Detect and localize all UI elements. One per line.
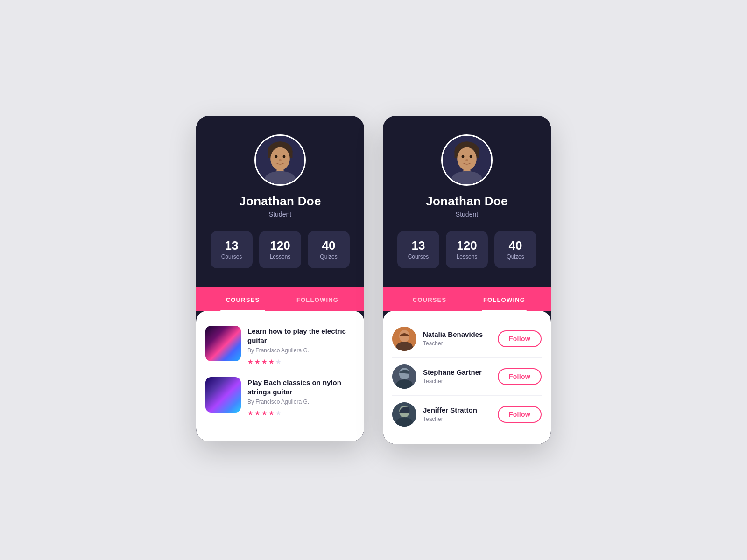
stat-quizes-1: 40 Quizes bbox=[308, 231, 350, 268]
course-info-2: Play Bach classics on nylon strings guit… bbox=[247, 377, 355, 417]
following-info-1: Natalia Benavides Teacher bbox=[423, 330, 491, 347]
stat-quizes-number-1: 40 bbox=[322, 239, 336, 252]
avatar-1 bbox=[254, 134, 306, 186]
page-container: Jonathan Doe Student 13 Courses 120 Less… bbox=[177, 88, 570, 472]
star-4: ★ bbox=[268, 358, 275, 365]
card-following: Jonathan Doe Student 13 Courses 120 Less… bbox=[383, 116, 551, 444]
stat-lessons-number-2: 120 bbox=[457, 239, 477, 252]
stat-lessons-number-1: 120 bbox=[270, 239, 290, 252]
user-role-1: Student bbox=[269, 210, 291, 218]
stat-lessons-2: 120 Lessons bbox=[446, 231, 488, 268]
tab-courses-1[interactable]: COURSES bbox=[205, 287, 280, 311]
avatar-placeholder-2 bbox=[443, 136, 491, 184]
course-title-2: Play Bach classics on nylon strings guit… bbox=[247, 378, 355, 396]
star-b1: ★ bbox=[247, 409, 254, 417]
card-courses: Jonathan Doe Student 13 Courses 120 Less… bbox=[196, 116, 364, 441]
star-b4: ★ bbox=[268, 409, 275, 417]
course-info-1: Learn how to play the electric guitar By… bbox=[247, 326, 355, 365]
star-3: ★ bbox=[261, 358, 268, 365]
svg-point-15 bbox=[465, 159, 468, 161]
star-1: ★ bbox=[247, 358, 254, 365]
svg-point-22 bbox=[399, 368, 409, 380]
follow-button-1[interactable]: Follow bbox=[498, 330, 542, 347]
svg-point-3 bbox=[270, 147, 290, 170]
course-stars-1: ★ ★ ★ ★ ★ bbox=[247, 358, 355, 365]
star-b3: ★ bbox=[261, 409, 268, 417]
stats-row-1: 13 Courses 120 Lessons 40 Quizes bbox=[210, 231, 350, 268]
svg-point-14 bbox=[470, 155, 472, 158]
following-name-3: Jeniffer Stratton bbox=[423, 406, 477, 414]
following-name-1: Natalia Benavides bbox=[423, 330, 483, 338]
follow-button-3[interactable]: Follow bbox=[498, 406, 542, 423]
course-thumb-1 bbox=[205, 326, 241, 361]
user-name-2: Jonathan Doe bbox=[426, 194, 508, 209]
avatar-placeholder-1 bbox=[256, 136, 304, 184]
stat-courses-2: 13 Courses bbox=[397, 231, 439, 268]
avatar-2 bbox=[441, 134, 493, 186]
course-thumb-2 bbox=[205, 377, 241, 413]
stat-courses-number-1: 13 bbox=[225, 239, 239, 252]
stat-lessons-label-1: Lessons bbox=[270, 253, 291, 260]
following-avatar-3 bbox=[392, 402, 416, 427]
svg-point-13 bbox=[462, 155, 465, 158]
star-2: ★ bbox=[254, 358, 261, 365]
following-avatar-2 bbox=[392, 364, 416, 389]
tab-bar-1: COURSES FOLLOWING bbox=[196, 287, 364, 311]
stat-courses-1: 13 Courses bbox=[211, 231, 253, 268]
stat-quizes-label-1: Quizes bbox=[320, 253, 337, 260]
following-content: Natalia Benavides Teacher Follow Stephan… bbox=[383, 311, 551, 444]
tab-following-1[interactable]: FOLLOWING bbox=[280, 287, 355, 311]
course-item-2[interactable]: Play Bach classics on nylon strings guit… bbox=[205, 371, 355, 422]
star-b2: ★ bbox=[254, 409, 261, 417]
svg-point-4 bbox=[275, 155, 278, 158]
svg-point-12 bbox=[457, 147, 477, 170]
stat-quizes-label-2: Quizes bbox=[507, 253, 524, 260]
course-author-2: By Francisco Aguilera G. bbox=[247, 399, 355, 405]
stat-lessons-1: 120 Lessons bbox=[259, 231, 301, 268]
card-top-2: Jonathan Doe Student 13 Courses 120 Less… bbox=[383, 116, 551, 282]
following-item-2: Stephane Gartner Teacher Follow bbox=[392, 357, 542, 395]
stat-courses-label-1: Courses bbox=[221, 253, 242, 260]
following-avatar-1 bbox=[392, 327, 416, 351]
star-b5: ★ bbox=[275, 409, 282, 417]
courses-content: Learn how to play the electric guitar By… bbox=[196, 311, 364, 441]
stat-quizes-2: 40 Quizes bbox=[494, 231, 536, 268]
following-info-2: Stephane Gartner Teacher bbox=[423, 368, 491, 385]
course-thumb-bach bbox=[205, 377, 241, 413]
following-role-2: Teacher bbox=[423, 378, 443, 385]
svg-point-6 bbox=[279, 159, 282, 161]
follow-button-2[interactable]: Follow bbox=[498, 368, 542, 385]
stat-quizes-number-2: 40 bbox=[509, 239, 522, 252]
user-name-1: Jonathan Doe bbox=[239, 194, 321, 209]
stats-row-2: 13 Courses 120 Lessons 40 Quizes bbox=[397, 231, 537, 268]
stat-courses-number-2: 13 bbox=[412, 239, 425, 252]
star-5: ★ bbox=[275, 358, 282, 365]
user-role-2: Student bbox=[456, 210, 478, 218]
stat-courses-label-2: Courses bbox=[408, 253, 429, 260]
following-info-3: Jeniffer Stratton Teacher bbox=[423, 406, 491, 423]
following-role-3: Teacher bbox=[423, 416, 443, 422]
tab-following-2[interactable]: FOLLOWING bbox=[467, 287, 542, 311]
svg-point-5 bbox=[283, 155, 286, 158]
course-title-1: Learn how to play the electric guitar bbox=[247, 327, 355, 345]
following-role-1: Teacher bbox=[423, 340, 443, 347]
card-top-1: Jonathan Doe Student 13 Courses 120 Less… bbox=[196, 116, 364, 282]
tab-bar-2: COURSES FOLLOWING bbox=[383, 287, 551, 311]
course-stars-2: ★ ★ ★ ★ ★ bbox=[247, 409, 355, 417]
course-author-1: By Francisco Aguilera G. bbox=[247, 347, 355, 354]
course-thumb-electric bbox=[205, 326, 241, 361]
course-item-1[interactable]: Learn how to play the electric guitar By… bbox=[205, 320, 355, 371]
following-name-2: Stephane Gartner bbox=[423, 368, 482, 376]
following-item-3: Jeniffer Stratton Teacher Follow bbox=[392, 395, 542, 433]
tab-courses-2[interactable]: COURSES bbox=[392, 287, 467, 311]
stat-lessons-label-2: Lessons bbox=[457, 253, 478, 260]
following-item-1: Natalia Benavides Teacher Follow bbox=[392, 320, 542, 357]
